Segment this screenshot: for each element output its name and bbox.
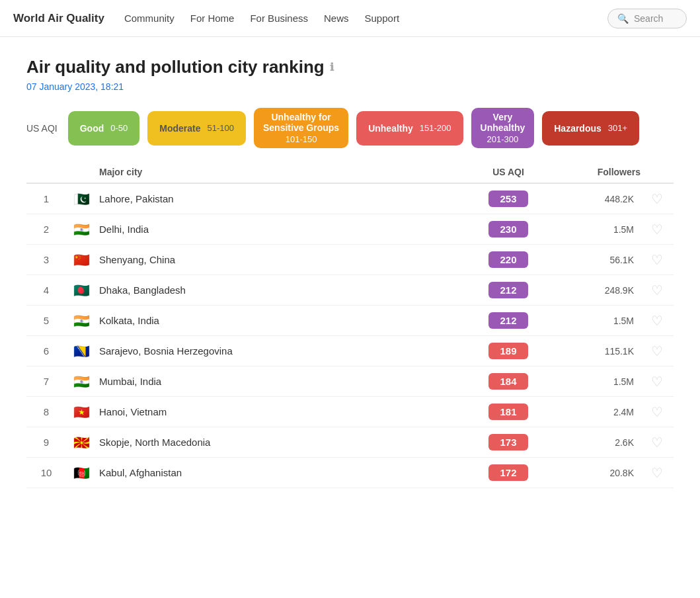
nav-link-community[interactable]: Community [124,13,175,24]
flag-cell: 🇮🇳 [66,375,99,388]
aqi-cell: 184 [469,373,548,390]
aqi-cell: 212 [469,312,548,329]
table-row: 10 🇦🇫 Kabul, Afghanistan 172 20.8K ♡ [26,458,674,488]
table-row: 5 🇮🇳 Kolkata, India 212 1.5M ♡ [26,306,674,336]
follow-button[interactable]: ♡ [651,375,663,388]
follow-button[interactable]: ♡ [651,284,663,297]
city-cell[interactable]: Dhaka, Bangladesh [99,284,469,296]
rank-cell: 8 [26,406,66,417]
city-cell[interactable]: Mumbai, India [99,376,469,387]
rank-cell: 2 [26,224,66,235]
aqi-value-badge: 253 [488,191,528,207]
followers-cell: 448.2K [548,194,641,204]
city-cell[interactable]: Sarajevo, Bosnia Herzegovina [99,345,469,357]
heart-cell: ♡ [641,436,674,449]
country-flag: 🇵🇰 [73,192,92,206]
search-placeholder: Search [634,13,663,24]
aqi-value-badge: 212 [488,312,528,329]
followers-cell: 2.6K [548,437,641,448]
city-cell[interactable]: Kabul, Afghanistan [99,467,469,478]
rank-cell: 5 [26,315,66,326]
heart-cell: ♡ [641,223,674,236]
country-flag: 🇮🇳 [73,375,92,388]
info-icon[interactable]: ℹ [330,61,334,73]
city-cell[interactable]: Hanoi, Vietnam [99,406,469,417]
flag-cell: 🇲🇰 [66,436,99,449]
flag-cell: 🇵🇰 [66,192,99,206]
table-row: 2 🇮🇳 Delhi, India 230 1.5M ♡ [26,214,674,245]
rank-cell: 10 [26,467,66,478]
followers-cell: 20.8K [548,468,641,478]
flag-cell: 🇦🇫 [66,466,99,480]
heart-cell: ♡ [641,253,674,267]
rank-cell: 1 [26,193,66,204]
aqi-value-badge: 181 [488,404,528,420]
aqi-cell: 220 [469,251,548,268]
country-flag: 🇻🇳 [73,406,92,419]
follow-button[interactable]: ♡ [651,466,663,480]
follow-button[interactable]: ♡ [651,192,663,206]
heart-cell: ♡ [641,466,674,480]
nav-links: Community For Home For Business News Sup… [124,13,607,24]
rank-cell: 9 [26,437,66,448]
aqi-cell: 253 [469,191,548,207]
rank-cell: 3 [26,254,66,265]
table-row: 9 🇲🇰 Skopje, North Macedonia 173 2.6K ♡ [26,427,674,458]
country-flag: 🇦🇫 [73,466,92,480]
page-date: 07 January 2023, 18:21 [26,81,674,92]
nav-link-support[interactable]: Support [365,13,400,24]
city-cell[interactable]: Lahore, Pakistan [99,193,469,204]
rank-cell: 4 [26,284,66,296]
follow-button[interactable]: ♡ [651,314,663,327]
aqi-badge-hazardous: Hazardous 301+ [542,111,639,146]
city-cell[interactable]: Delhi, India [99,224,469,235]
nav-link-news[interactable]: News [324,13,349,24]
table-row: 7 🇮🇳 Mumbai, India 184 1.5M ♡ [26,366,674,397]
followers-cell: 2.4M [548,407,641,417]
flag-cell: 🇧🇦 [66,345,99,358]
table-row: 8 🇻🇳 Hanoi, Vietnam 181 2.4M ♡ [26,397,674,427]
navbar: World Air Quality Community For Home For… [0,0,700,37]
followers-cell: 248.9K [548,285,641,296]
follow-button[interactable]: ♡ [651,223,663,236]
aqi-value-badge: 212 [488,282,528,298]
aqi-badge-moderate: Moderate 51-100 [147,111,246,146]
main-content: Air quality and pollution city ranking ℹ… [0,37,700,508]
followers-cell: 56.1K [548,255,641,265]
rank-cell: 6 [26,345,66,357]
country-flag: 🇨🇳 [73,253,92,267]
flag-cell: 🇧🇩 [66,284,99,297]
nav-logo[interactable]: World Air Quality [13,12,104,25]
flag-cell: 🇮🇳 [66,314,99,327]
follow-button[interactable]: ♡ [651,253,663,267]
aqi-value-badge: 220 [488,251,528,268]
country-flag: 🇲🇰 [73,436,92,449]
heart-cell: ♡ [641,192,674,206]
table-row: 6 🇧🇦 Sarajevo, Bosnia Herzegovina 189 11… [26,336,674,366]
aqi-value-badge: 184 [488,373,528,390]
nav-link-forbusiness[interactable]: For Business [250,13,308,24]
city-cell[interactable]: Skopje, North Macedonia [99,437,469,448]
country-flag: 🇮🇳 [73,314,92,327]
city-cell[interactable]: Kolkata, India [99,315,469,326]
nav-link-forhome[interactable]: For Home [190,13,235,24]
flag-cell: 🇮🇳 [66,223,99,236]
country-flag: 🇮🇳 [73,223,92,236]
table-row: 4 🇧🇩 Dhaka, Bangladesh 212 248.9K ♡ [26,275,674,306]
table-header: Major city US AQI Followers [26,161,674,184]
heart-cell: ♡ [641,284,674,297]
page-title: Air quality and pollution city ranking ℹ [26,57,674,77]
flag-cell: 🇨🇳 [66,253,99,267]
aqi-cell: 189 [469,343,548,359]
aqi-legend-label: US AQI [26,123,58,134]
follow-button[interactable]: ♡ [651,345,663,358]
aqi-cell: 181 [469,404,548,420]
aqi-cell: 230 [469,221,548,237]
aqi-cell: 173 [469,434,548,450]
follow-button[interactable]: ♡ [651,406,663,419]
aqi-badge-unhealthy: Unhealthy 151-200 [356,111,463,146]
country-flag: 🇧🇩 [73,284,92,297]
follow-button[interactable]: ♡ [651,436,663,449]
search-bar[interactable]: 🔍 Search [607,9,687,28]
city-cell[interactable]: Shenyang, China [99,254,469,265]
